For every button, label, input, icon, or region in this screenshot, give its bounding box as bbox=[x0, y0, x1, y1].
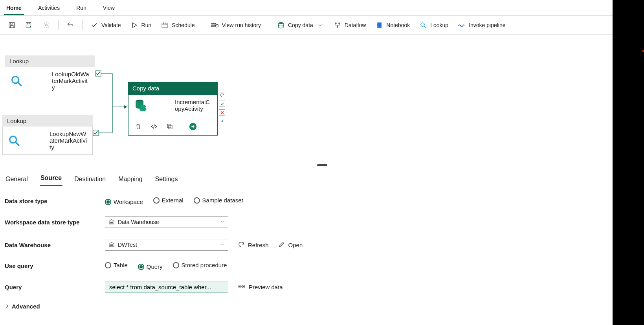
activity-lookup-new[interactable]: Lookup LookupNewWaterMarkActivity bbox=[2, 115, 93, 155]
code-icon[interactable] bbox=[150, 122, 158, 131]
warehouse-icon bbox=[108, 219, 115, 226]
svg-rect-18 bbox=[95, 71, 101, 76]
query-input[interactable] bbox=[105, 281, 228, 293]
label-workspace-store-type: Workspace data store type bbox=[5, 219, 105, 226]
radio-external[interactable]: External bbox=[153, 197, 183, 204]
chevron-right-icon bbox=[5, 303, 9, 310]
tab-run[interactable]: Run bbox=[74, 0, 89, 15]
toolbar: Validate Run Schedule View run history C… bbox=[0, 16, 644, 35]
svg-point-9 bbox=[279, 22, 283, 24]
svg-rect-6 bbox=[211, 25, 215, 25]
svg-point-3 bbox=[46, 24, 48, 26]
prop-tab-source[interactable]: Source bbox=[40, 173, 62, 186]
warehouse-icon bbox=[108, 241, 115, 249]
activity-output-ports bbox=[219, 92, 225, 124]
refresh-button[interactable]: Refresh bbox=[238, 241, 269, 249]
chevron-down-icon bbox=[316, 21, 324, 29]
activity-name-label: LookupOldWaterMarkActivity bbox=[52, 71, 90, 91]
svg-point-21 bbox=[10, 136, 17, 143]
validate-button[interactable]: Validate bbox=[86, 19, 125, 31]
label-use-query: Use query bbox=[5, 263, 105, 269]
splitter-handle[interactable] bbox=[317, 164, 327, 166]
tab-view[interactable]: View bbox=[101, 0, 117, 15]
radio-table[interactable]: Table bbox=[105, 262, 128, 268]
svg-rect-25 bbox=[167, 124, 171, 128]
label-query: Query bbox=[5, 284, 105, 290]
svg-rect-15 bbox=[377, 25, 378, 26]
activity-name-label: IncrementalCopyActivity bbox=[175, 99, 212, 112]
svg-point-34 bbox=[243, 286, 244, 286]
save-as-icon bbox=[25, 21, 33, 29]
copy-data-button[interactable]: Copy data bbox=[273, 19, 328, 31]
port-skip-icon[interactable] bbox=[219, 118, 225, 124]
properties-panel: General Source Destination Mapping Setti… bbox=[0, 166, 644, 318]
open-button[interactable]: Open bbox=[278, 241, 303, 249]
chevron-down-icon bbox=[220, 219, 225, 225]
svg-point-33 bbox=[240, 286, 240, 286]
lookup-icon bbox=[7, 134, 46, 147]
schedule-button[interactable]: Schedule bbox=[157, 19, 198, 31]
notebook-button[interactable]: Notebook bbox=[371, 19, 414, 31]
separator bbox=[203, 20, 203, 30]
label-data-warehouse: Data Warehouse bbox=[5, 242, 105, 248]
undo-icon bbox=[66, 21, 74, 29]
radio-stored-procedure[interactable]: Stored procedure bbox=[173, 262, 227, 268]
label-data-store-type: Data store type bbox=[5, 198, 105, 204]
port-success-icon[interactable] bbox=[219, 101, 225, 107]
activity-type-label: Copy data bbox=[128, 82, 218, 95]
save-icon bbox=[8, 21, 16, 29]
dataflow-button[interactable]: Dataflow bbox=[330, 19, 370, 31]
port-retry-icon[interactable] bbox=[219, 92, 225, 98]
svg-point-10 bbox=[335, 22, 337, 24]
copy-icon[interactable] bbox=[165, 122, 174, 131]
preview-data-button[interactable]: Preview data bbox=[238, 284, 283, 290]
view-history-button[interactable]: View run history bbox=[207, 19, 265, 31]
prop-tab-general[interactable]: General bbox=[5, 174, 29, 186]
separator bbox=[58, 20, 59, 30]
prop-tab-settings[interactable]: Settings bbox=[154, 174, 179, 186]
port-fail-icon[interactable] bbox=[219, 109, 225, 116]
save-as-button[interactable] bbox=[21, 19, 37, 31]
calendar-icon bbox=[161, 21, 169, 29]
run-button[interactable]: Run bbox=[127, 19, 156, 31]
gear-icon bbox=[42, 21, 50, 29]
database-icon bbox=[134, 99, 171, 112]
radio-query[interactable]: Query bbox=[138, 263, 163, 270]
delete-icon[interactable] bbox=[134, 122, 143, 131]
separator bbox=[269, 20, 269, 30]
settings-button[interactable] bbox=[39, 19, 54, 31]
advanced-toggle[interactable]: Advanced bbox=[5, 303, 40, 310]
svg-rect-7 bbox=[211, 26, 214, 26]
prop-tab-destination[interactable]: Destination bbox=[73, 174, 106, 186]
pipeline-canvas[interactable]: Lookup LookupOldWaterMarkActivity Lookup… bbox=[0, 35, 644, 166]
svg-rect-4 bbox=[162, 23, 168, 28]
tab-home[interactable]: Home bbox=[4, 0, 24, 15]
tab-activities[interactable]: Activities bbox=[36, 0, 62, 15]
select-workspace-store-type[interactable]: Data Warehouse bbox=[105, 216, 228, 228]
chevron-down-icon bbox=[220, 242, 225, 248]
run-activity-icon[interactable] bbox=[174, 122, 212, 131]
activity-copy-data[interactable]: Copy data IncrementalCopyActivity bbox=[128, 82, 218, 136]
refresh-icon bbox=[238, 241, 245, 249]
svg-point-17 bbox=[421, 23, 424, 26]
lookup-button[interactable]: Lookup bbox=[415, 19, 452, 31]
separator bbox=[82, 20, 83, 30]
check-icon bbox=[90, 21, 98, 29]
radio-workspace[interactable]: Workspace bbox=[105, 198, 143, 205]
svg-rect-29 bbox=[110, 244, 111, 246]
activity-lookup-old[interactable]: Lookup LookupOldWaterMarkActivity bbox=[5, 55, 95, 95]
pipeline-icon bbox=[458, 21, 466, 29]
svg-rect-24 bbox=[169, 125, 172, 129]
select-data-warehouse[interactable]: DWTest bbox=[105, 239, 228, 251]
dataflow-icon bbox=[334, 21, 341, 29]
save-button[interactable] bbox=[4, 19, 20, 31]
notebook-icon bbox=[375, 21, 383, 29]
svg-point-20 bbox=[12, 76, 19, 83]
svg-rect-27 bbox=[110, 222, 111, 223]
prop-tab-mapping[interactable]: Mapping bbox=[117, 174, 143, 186]
invoke-pipeline-button[interactable]: Invoke pipeline bbox=[454, 19, 509, 31]
radio-sample-dataset[interactable]: Sample dataset bbox=[194, 197, 243, 204]
undo-button[interactable] bbox=[62, 19, 78, 31]
svg-point-11 bbox=[338, 22, 340, 24]
lookup-icon bbox=[419, 21, 427, 29]
